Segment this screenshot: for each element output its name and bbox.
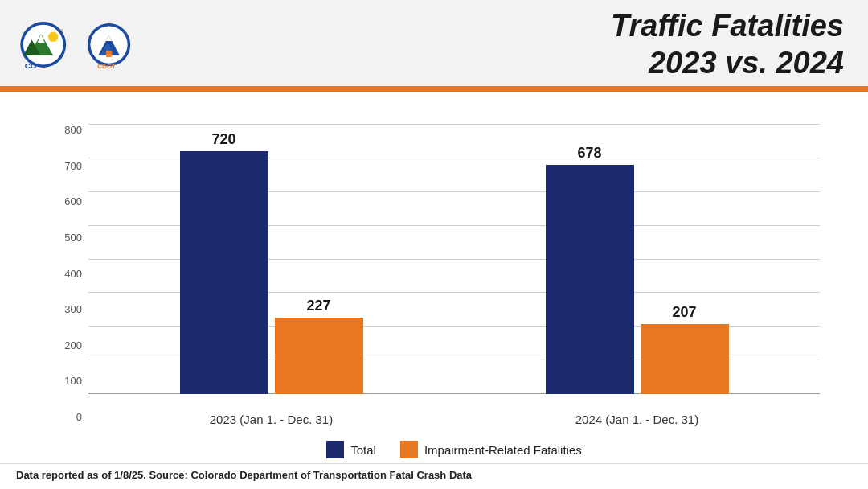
y-label-100: 100 bbox=[48, 375, 88, 387]
legend-impairment-label: Impairment-Related Fatalities bbox=[424, 443, 582, 457]
chart-body: 720 227 678 bbox=[88, 100, 820, 463]
bar-2023-total-wrapper: 720 bbox=[180, 131, 268, 394]
title-line2: 2023 vs. 2024 bbox=[649, 46, 844, 80]
x-label-2023: 2023 (Jan 1. - Dec. 31) bbox=[210, 413, 333, 426]
svg-text:CO: CO bbox=[25, 60, 37, 69]
legend-swatch-orange bbox=[400, 441, 418, 458]
bar-2023-total bbox=[180, 151, 268, 394]
legend-impairment: Impairment-Related Fatalities bbox=[400, 441, 582, 458]
chart-container: 800 700 600 500 400 300 200 100 0 bbox=[48, 100, 820, 463]
y-axis: 800 700 600 500 400 300 200 100 0 bbox=[48, 100, 88, 463]
title-line1: Traffic Fatalities bbox=[611, 9, 844, 43]
logo-area: CO TM CDOT bbox=[16, 17, 145, 73]
y-label-400: 400 bbox=[48, 268, 88, 280]
svg-point-5 bbox=[48, 31, 58, 41]
bars-area: 720 227 678 bbox=[88, 100, 820, 434]
bars-container: 720 227 678 bbox=[88, 124, 820, 394]
x-labels: 2023 (Jan 1. - Dec. 31) 2024 (Jan 1. - D… bbox=[88, 413, 820, 426]
bar-2024-total-wrapper: 678 bbox=[546, 145, 634, 394]
cdot-logo: CO TM CDOT bbox=[16, 17, 145, 73]
svg-rect-13 bbox=[106, 51, 112, 56]
group-2023: 720 227 bbox=[180, 131, 363, 394]
legend: Total Impairment-Related Fatalities bbox=[88, 434, 820, 463]
x-label-2024: 2024 (Jan 1. - Dec. 31) bbox=[575, 413, 698, 426]
bar-2024-impairment bbox=[641, 324, 729, 394]
bar-2023-impairment bbox=[275, 318, 363, 394]
y-label-800: 800 bbox=[48, 124, 88, 136]
svg-text:TM: TM bbox=[58, 29, 63, 33]
bar-2024-total bbox=[546, 165, 634, 394]
y-label-500: 500 bbox=[48, 232, 88, 244]
legend-total: Total bbox=[326, 441, 376, 458]
header: CO TM CDOT Traffic Fatalities bbox=[0, 0, 868, 86]
bar-2024-total-value: 678 bbox=[577, 145, 601, 162]
y-label-700: 700 bbox=[48, 160, 88, 172]
bar-2023-imp-wrapper: 227 bbox=[275, 298, 363, 394]
bar-2023-imp-value: 227 bbox=[306, 298, 330, 314]
page-wrapper: CO TM CDOT Traffic Fatalities bbox=[0, 0, 868, 489]
bar-2024-imp-value: 207 bbox=[672, 304, 696, 321]
legend-swatch-navy bbox=[326, 441, 344, 458]
bar-2024-imp-wrapper: 207 bbox=[641, 304, 729, 394]
bar-2023-total-value: 720 bbox=[211, 131, 235, 148]
group-2024: 678 207 bbox=[546, 145, 729, 394]
y-label-0: 0 bbox=[48, 411, 88, 423]
legend-total-label: Total bbox=[350, 443, 376, 457]
y-label-300: 300 bbox=[48, 303, 88, 315]
y-label-600: 600 bbox=[48, 195, 88, 208]
footer: Data reported as of 1/8/25. Source: Colo… bbox=[0, 463, 868, 489]
y-label-200: 200 bbox=[48, 339, 88, 351]
chart-area: 800 700 600 500 400 300 200 100 0 bbox=[0, 92, 868, 463]
footer-text: Data reported as of 1/8/25. Source: Colo… bbox=[16, 469, 852, 481]
orange-divider bbox=[0, 86, 868, 92]
title-area: Traffic Fatalities 2023 vs. 2024 bbox=[611, 8, 844, 81]
svg-text:CDOT: CDOT bbox=[97, 62, 116, 69]
